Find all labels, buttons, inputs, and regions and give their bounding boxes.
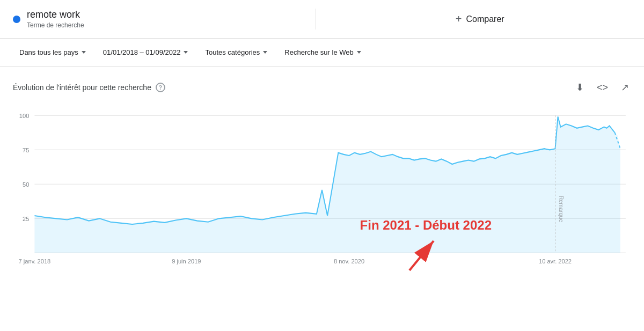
search-type-filter-label: Recherche sur le Web bbox=[284, 48, 353, 56]
compare-plus-icon: + bbox=[456, 13, 462, 25]
categories-filter[interactable]: Toutes catégories bbox=[199, 45, 274, 60]
annotation-overlay: Fin 2021 - Début 2022 bbox=[360, 218, 492, 276]
search-term-subtitle: Terme de recherche bbox=[27, 21, 84, 29]
compare-section: + Comparer bbox=[316, 9, 632, 30]
chart-title: Évolution de l'intérêt pour cette recher… bbox=[13, 83, 151, 92]
search-term-name: remote work bbox=[27, 9, 84, 20]
svg-text:Remarque: Remarque bbox=[558, 196, 564, 223]
chart-title-left: Évolution de l'intérêt pour cette recher… bbox=[13, 83, 165, 92]
search-term-container: remote work Terme de recherche bbox=[13, 9, 316, 29]
svg-line-16 bbox=[409, 241, 434, 270]
country-filter-label: Dans tous les pays bbox=[19, 48, 78, 56]
date-chevron-icon bbox=[184, 51, 188, 54]
svg-text:10 avr. 2022: 10 avr. 2022 bbox=[539, 258, 572, 264]
embed-button[interactable]: <> bbox=[595, 80, 610, 95]
categories-filter-label: Toutes catégories bbox=[205, 48, 260, 56]
chart-section: Évolution de l'intérêt pour cette recher… bbox=[0, 67, 644, 284]
svg-text:9 juin 2019: 9 juin 2019 bbox=[172, 258, 201, 264]
annotation-text: Fin 2021 - Début 2022 bbox=[360, 218, 492, 233]
date-filter[interactable]: 01/01/2018 – 01/09/2022 bbox=[97, 45, 195, 60]
country-filter[interactable]: Dans tous les pays bbox=[13, 45, 92, 60]
compare-label: Comparer bbox=[466, 14, 504, 24]
help-icon[interactable]: ? bbox=[156, 83, 165, 92]
svg-text:75: 75 bbox=[23, 146, 29, 153]
red-arrow-svg bbox=[404, 233, 447, 276]
country-chevron-icon bbox=[82, 51, 86, 54]
svg-text:100: 100 bbox=[19, 112, 30, 119]
search-term-info: remote work Terme de recherche bbox=[27, 9, 84, 29]
date-filter-label: 01/01/2018 – 01/09/2022 bbox=[103, 48, 181, 56]
svg-text:50: 50 bbox=[23, 181, 29, 187]
categories-chevron-icon bbox=[263, 51, 267, 54]
chart-container: 100 75 50 25 7 janv. 2018 9 juin 2019 8 … bbox=[13, 104, 631, 276]
filters-bar: Dans tous les pays 01/01/2018 – 01/09/20… bbox=[0, 39, 644, 67]
download-button[interactable]: ⬇ bbox=[574, 79, 586, 95]
chart-actions: ⬇ <> ↗ bbox=[574, 79, 631, 95]
svg-text:7 janv. 2018: 7 janv. 2018 bbox=[19, 258, 51, 264]
search-type-filter[interactable]: Recherche sur le Web bbox=[278, 45, 367, 60]
chart-svg: 100 75 50 25 7 janv. 2018 9 juin 2019 8 … bbox=[13, 104, 631, 276]
svg-text:25: 25 bbox=[23, 215, 29, 222]
compare-button[interactable]: + Comparer bbox=[447, 9, 513, 30]
header: remote work Terme de recherche + Compare… bbox=[0, 0, 644, 39]
search-term-dot bbox=[13, 16, 20, 23]
share-button[interactable]: ↗ bbox=[619, 79, 631, 95]
chart-title-row: Évolution de l'intérêt pour cette recher… bbox=[13, 79, 631, 95]
search-type-chevron-icon bbox=[357, 51, 361, 54]
